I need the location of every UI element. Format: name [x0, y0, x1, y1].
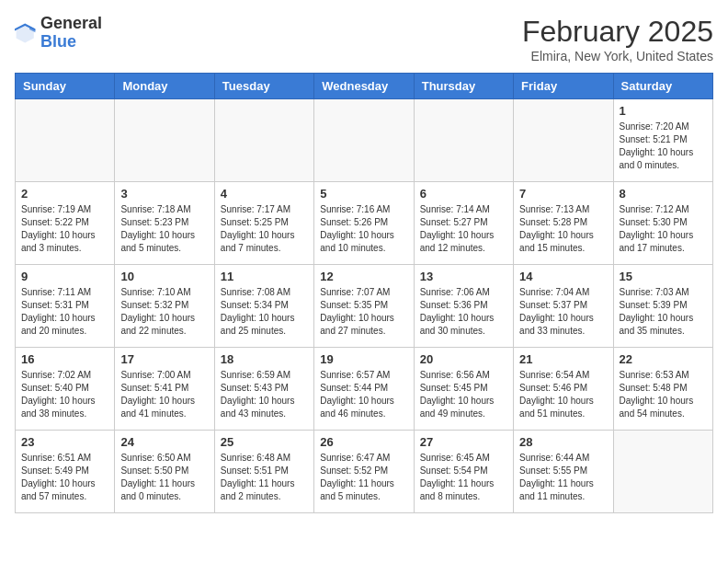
weekday-header-tuesday: Tuesday [214, 74, 313, 99]
weekday-header-wednesday: Wednesday [314, 74, 414, 99]
calendar-cell: 23Sunrise: 6:51 AM Sunset: 5:49 PM Dayli… [16, 431, 115, 513]
day-info: Sunrise: 7:16 AM Sunset: 5:26 PM Dayligh… [320, 203, 407, 255]
calendar-cell: 5Sunrise: 7:16 AM Sunset: 5:26 PM Daylig… [314, 182, 414, 265]
day-info: Sunrise: 7:18 AM Sunset: 5:23 PM Dayligh… [120, 203, 208, 255]
day-info: Sunrise: 7:11 AM Sunset: 5:31 PM Dayligh… [21, 286, 108, 338]
day-info: Sunrise: 7:02 AM Sunset: 5:40 PM Dayligh… [21, 369, 108, 420]
day-info: Sunrise: 7:14 AM Sunset: 5:27 PM Dayligh… [420, 203, 507, 255]
calendar-cell: 11Sunrise: 7:08 AM Sunset: 5:34 PM Dayli… [214, 265, 313, 348]
day-info: Sunrise: 6:57 AM Sunset: 5:44 PM Dayligh… [320, 369, 407, 420]
day-number: 26 [320, 435, 407, 449]
day-info: Sunrise: 7:19 AM Sunset: 5:22 PM Dayligh… [21, 203, 108, 255]
day-info: Sunrise: 7:07 AM Sunset: 5:35 PM Dayligh… [320, 286, 407, 338]
calendar-cell: 18Sunrise: 6:59 AM Sunset: 5:43 PM Dayli… [214, 348, 313, 431]
calendar-cell: 19Sunrise: 6:57 AM Sunset: 5:44 PM Dayli… [314, 348, 414, 431]
day-info: Sunrise: 7:00 AM Sunset: 5:41 PM Dayligh… [120, 369, 208, 420]
day-number: 23 [21, 435, 108, 449]
weekday-header-saturday: Saturday [613, 74, 712, 99]
week-row-2: 2Sunrise: 7:19 AM Sunset: 5:22 PM Daylig… [16, 182, 713, 265]
calendar-cell: 25Sunrise: 6:48 AM Sunset: 5:51 PM Dayli… [214, 431, 313, 513]
calendar-cell: 15Sunrise: 7:03 AM Sunset: 5:39 PM Dayli… [613, 265, 712, 348]
calendar-cell [16, 99, 115, 182]
day-number: 8 [620, 187, 707, 201]
day-number: 2 [21, 187, 108, 201]
weekday-header-row: SundayMondayTuesdayWednesdayThursdayFrid… [16, 74, 713, 99]
day-number: 20 [420, 352, 507, 366]
calendar-title: February 2025 [522, 15, 713, 49]
weekday-header-sunday: Sunday [16, 74, 115, 99]
day-number: 17 [120, 352, 208, 366]
calendar-cell [514, 99, 613, 182]
calendar-cell: 10Sunrise: 7:10 AM Sunset: 5:32 PM Dayli… [115, 265, 214, 348]
calendar-cell: 8Sunrise: 7:12 AM Sunset: 5:30 PM Daylig… [613, 182, 712, 265]
day-info: Sunrise: 6:48 AM Sunset: 5:51 PM Dayligh… [221, 452, 308, 503]
day-number: 6 [420, 187, 507, 201]
week-row-3: 9Sunrise: 7:11 AM Sunset: 5:31 PM Daylig… [16, 265, 713, 348]
day-info: Sunrise: 6:59 AM Sunset: 5:43 PM Dayligh… [221, 369, 308, 420]
calendar-cell: 3Sunrise: 7:18 AM Sunset: 5:23 PM Daylig… [115, 182, 214, 265]
day-number: 10 [120, 270, 208, 283]
day-number: 7 [519, 187, 607, 201]
calendar-cell: 6Sunrise: 7:14 AM Sunset: 5:27 PM Daylig… [414, 182, 513, 265]
calendar-cell: 24Sunrise: 6:50 AM Sunset: 5:50 PM Dayli… [115, 431, 214, 513]
calendar-cell: 1Sunrise: 7:20 AM Sunset: 5:21 PM Daylig… [613, 99, 712, 182]
logo-text: General Blue [40, 15, 102, 52]
calendar-cell: 2Sunrise: 7:19 AM Sunset: 5:22 PM Daylig… [16, 182, 115, 265]
calendar-cell: 26Sunrise: 6:47 AM Sunset: 5:52 PM Dayli… [314, 431, 414, 513]
calendar-cell [613, 431, 712, 513]
day-number: 19 [320, 352, 407, 366]
day-number: 21 [519, 352, 607, 366]
day-info: Sunrise: 6:47 AM Sunset: 5:52 PM Dayligh… [320, 452, 407, 503]
week-row-5: 23Sunrise: 6:51 AM Sunset: 5:49 PM Dayli… [16, 431, 713, 513]
calendar-cell [214, 99, 313, 182]
calendar-subtitle: Elmira, New York, United States [522, 49, 713, 63]
day-info: Sunrise: 7:03 AM Sunset: 5:39 PM Dayligh… [620, 286, 707, 338]
day-info: Sunrise: 6:44 AM Sunset: 5:55 PM Dayligh… [519, 452, 607, 503]
calendar-cell: 9Sunrise: 7:11 AM Sunset: 5:31 PM Daylig… [16, 265, 115, 348]
calendar-cell: 13Sunrise: 7:06 AM Sunset: 5:36 PM Dayli… [414, 265, 513, 348]
day-info: Sunrise: 7:08 AM Sunset: 5:34 PM Dayligh… [221, 286, 308, 338]
day-number: 9 [21, 270, 108, 283]
week-row-1: 1Sunrise: 7:20 AM Sunset: 5:21 PM Daylig… [16, 99, 713, 182]
day-info: Sunrise: 6:50 AM Sunset: 5:50 PM Dayligh… [120, 452, 208, 503]
week-row-4: 16Sunrise: 7:02 AM Sunset: 5:40 PM Dayli… [16, 348, 713, 431]
calendar-cell: 12Sunrise: 7:07 AM Sunset: 5:35 PM Dayli… [314, 265, 414, 348]
day-number: 14 [519, 270, 607, 283]
day-info: Sunrise: 7:06 AM Sunset: 5:36 PM Dayligh… [420, 286, 507, 338]
weekday-header-thursday: Thursday [414, 74, 513, 99]
logo-icon [15, 22, 37, 44]
day-number: 1 [620, 104, 707, 118]
day-number: 4 [221, 187, 308, 201]
day-number: 25 [221, 435, 308, 449]
day-info: Sunrise: 7:17 AM Sunset: 5:25 PM Dayligh… [221, 203, 308, 255]
calendar-cell: 27Sunrise: 6:45 AM Sunset: 5:54 PM Dayli… [414, 431, 513, 513]
calendar-cell: 7Sunrise: 7:13 AM Sunset: 5:28 PM Daylig… [514, 182, 613, 265]
day-info: Sunrise: 6:56 AM Sunset: 5:45 PM Dayligh… [420, 369, 507, 420]
calendar-cell: 14Sunrise: 7:04 AM Sunset: 5:37 PM Dayli… [514, 265, 613, 348]
day-number: 5 [320, 187, 407, 201]
calendar-cell: 17Sunrise: 7:00 AM Sunset: 5:41 PM Dayli… [115, 348, 214, 431]
page-header: General Blue February 2025 Elmira, New Y… [15, 15, 713, 63]
day-info: Sunrise: 6:54 AM Sunset: 5:46 PM Dayligh… [519, 369, 607, 420]
weekday-header-monday: Monday [115, 74, 214, 99]
calendar-cell: 16Sunrise: 7:02 AM Sunset: 5:40 PM Dayli… [16, 348, 115, 431]
day-info: Sunrise: 7:10 AM Sunset: 5:32 PM Dayligh… [120, 286, 208, 338]
calendar-cell [414, 99, 513, 182]
day-number: 22 [620, 352, 707, 366]
day-number: 28 [519, 435, 607, 449]
day-info: Sunrise: 7:20 AM Sunset: 5:21 PM Dayligh… [620, 121, 707, 172]
day-info: Sunrise: 7:12 AM Sunset: 5:30 PM Dayligh… [620, 203, 707, 255]
title-block: February 2025 Elmira, New York, United S… [522, 15, 713, 63]
day-number: 16 [21, 352, 108, 366]
calendar-cell: 20Sunrise: 6:56 AM Sunset: 5:45 PM Dayli… [414, 348, 513, 431]
day-number: 11 [221, 270, 308, 283]
day-info: Sunrise: 6:53 AM Sunset: 5:48 PM Dayligh… [620, 369, 707, 420]
calendar-cell: 21Sunrise: 6:54 AM Sunset: 5:46 PM Dayli… [514, 348, 613, 431]
day-number: 27 [420, 435, 507, 449]
calendar-table: SundayMondayTuesdayWednesdayThursdayFrid… [15, 73, 713, 513]
day-number: 24 [120, 435, 208, 449]
calendar-cell: 22Sunrise: 6:53 AM Sunset: 5:48 PM Dayli… [613, 348, 712, 431]
calendar-cell: 4Sunrise: 7:17 AM Sunset: 5:25 PM Daylig… [214, 182, 313, 265]
day-number: 18 [221, 352, 308, 366]
logo: General Blue [15, 15, 102, 52]
